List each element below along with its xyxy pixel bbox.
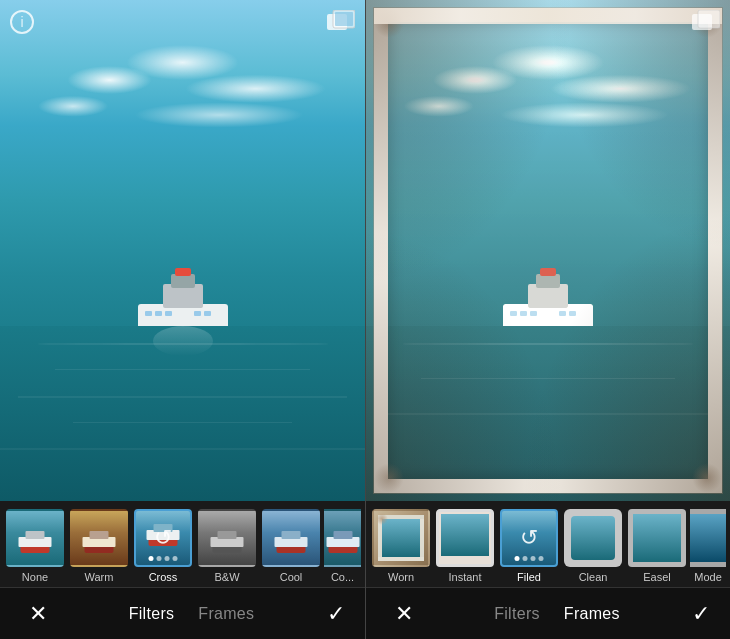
frame-clean-thumb xyxy=(564,509,622,567)
right-bottom-bar: ✕ Filters Frames ✓ xyxy=(366,587,730,639)
frame-instant-label: Instant xyxy=(448,571,481,583)
reload-icon: ↺ xyxy=(154,525,172,551)
info-icon[interactable]: i xyxy=(10,10,34,34)
right-photo-bg xyxy=(366,0,730,501)
svg-rect-36 xyxy=(510,311,517,316)
filter-partial-label: Co... xyxy=(331,571,354,583)
frame-clean-label: Clean xyxy=(579,571,608,583)
svg-rect-41 xyxy=(540,268,556,276)
filter-none[interactable]: None xyxy=(4,509,66,583)
frame-worn-label: Worn xyxy=(388,571,414,583)
left-bottom-tabs: Filters Frames xyxy=(129,605,255,623)
left-tab-frames[interactable]: Frames xyxy=(198,605,254,623)
svg-rect-38 xyxy=(530,311,537,316)
filter-cross-thumb: ↺ xyxy=(134,509,192,567)
svg-rect-16 xyxy=(26,531,45,539)
gallery-icon[interactable] xyxy=(327,10,355,34)
right-confirm-button[interactable]: ✓ xyxy=(692,601,710,627)
filter-cool-thumb xyxy=(262,509,320,567)
frame-partial-label: Mode xyxy=(694,571,722,583)
right-filter-scroll: Worn Instant ↺ Filed xyxy=(366,501,730,587)
svg-rect-35 xyxy=(536,274,560,288)
left-panel: i None Warm ↺ xyxy=(0,0,365,639)
filter-cool-label: Cool xyxy=(280,571,303,583)
svg-rect-39 xyxy=(559,311,566,316)
svg-rect-7 xyxy=(194,311,201,316)
filter-none-thumb xyxy=(6,509,64,567)
left-confirm-button[interactable]: ✓ xyxy=(327,601,345,627)
svg-rect-5 xyxy=(155,311,162,316)
filter-partial[interactable]: Co... xyxy=(324,509,361,583)
water xyxy=(0,326,365,501)
svg-rect-37 xyxy=(520,311,527,316)
right-bottom-tabs: Filters Frames xyxy=(494,605,620,623)
left-photo-bg xyxy=(0,0,365,501)
filter-warm-label: Warm xyxy=(85,571,114,583)
filter-cool[interactable]: Cool xyxy=(260,509,322,583)
frame-instant-thumb xyxy=(436,509,494,567)
frame-easel-label: Easel xyxy=(643,571,671,583)
left-bottom-bar: ✕ Filters Frames ✓ xyxy=(0,587,365,639)
svg-rect-8 xyxy=(204,311,211,316)
frame-worn-thumb xyxy=(372,509,430,567)
svg-rect-40 xyxy=(569,311,576,316)
filter-bw-thumb xyxy=(198,509,256,567)
left-image-area: i xyxy=(0,0,365,501)
svg-rect-13 xyxy=(335,12,353,26)
frame-instant[interactable]: Instant xyxy=(434,509,496,583)
right-clouds xyxy=(366,10,730,185)
right-dots-indicator xyxy=(515,556,544,561)
right-water xyxy=(366,326,730,501)
svg-rect-28 xyxy=(282,531,301,539)
right-cancel-button[interactable]: ✕ xyxy=(386,596,422,632)
svg-rect-9 xyxy=(175,268,191,276)
right-panel: Worn Instant ↺ Filed xyxy=(365,0,730,639)
frame-partial[interactable]: Mode xyxy=(690,509,726,583)
filter-warm[interactable]: Warm xyxy=(68,509,130,583)
filter-none-label: None xyxy=(22,571,48,583)
right-photo xyxy=(366,0,730,501)
svg-rect-31 xyxy=(333,531,352,539)
filter-bw[interactable]: B&W xyxy=(196,509,258,583)
filter-cross[interactable]: ↺ Cross xyxy=(132,509,194,583)
left-photo xyxy=(0,0,365,501)
right-tab-frames[interactable]: Frames xyxy=(564,605,620,623)
right-tab-filters[interactable]: Filters xyxy=(494,605,540,623)
left-filter-scroll: None Warm ↺ Cross xyxy=(0,501,365,587)
frame-filed-label: Filed xyxy=(517,571,541,583)
svg-rect-19 xyxy=(90,531,109,539)
frame-filed[interactable]: ↺ Filed xyxy=(498,509,560,583)
svg-rect-3 xyxy=(171,274,195,288)
frame-clean[interactable]: Clean xyxy=(562,509,624,583)
dots-indicator xyxy=(149,556,178,561)
svg-rect-4 xyxy=(145,311,152,316)
filter-cross-label: Cross xyxy=(149,571,178,583)
right-image-area xyxy=(366,0,730,501)
frame-easel-thumb xyxy=(628,509,686,567)
svg-rect-6 xyxy=(165,311,172,316)
right-reload-icon: ↺ xyxy=(520,525,538,551)
frame-easel[interactable]: Easel xyxy=(626,509,688,583)
left-cancel-button[interactable]: ✕ xyxy=(20,596,56,632)
filter-bw-label: B&W xyxy=(214,571,239,583)
clouds xyxy=(0,10,365,185)
frame-worn[interactable]: Worn xyxy=(370,509,432,583)
left-tab-filters[interactable]: Filters xyxy=(129,605,175,623)
filter-warm-thumb xyxy=(70,509,128,567)
svg-rect-25 xyxy=(218,531,237,539)
frame-filed-thumb: ↺ xyxy=(500,509,558,567)
